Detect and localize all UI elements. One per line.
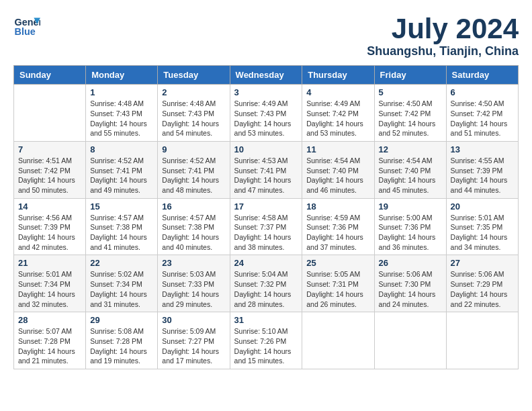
calendar-cell: 21Sunrise: 5:01 AMSunset: 7:34 PMDayligh… [14, 255, 86, 312]
day-info: Sunrise: 4:54 AMSunset: 7:40 PMDaylight:… [306, 156, 369, 195]
day-number: 11 [306, 144, 369, 154]
calendar-cell [374, 312, 446, 369]
day-number: 14 [18, 201, 81, 212]
calendar-cell: 23Sunrise: 5:03 AMSunset: 7:33 PMDayligh… [158, 255, 230, 312]
day-number: 10 [234, 144, 298, 154]
logo-icon: General Blue [13, 13, 40, 40]
day-number: 1 [90, 87, 153, 97]
calendar-cell: 11Sunrise: 4:54 AMSunset: 7:40 PMDayligh… [302, 141, 374, 198]
day-info: Sunrise: 4:48 AMSunset: 7:43 PMDaylight:… [162, 99, 225, 138]
calendar-cell: 5Sunrise: 4:50 AMSunset: 7:42 PMDaylight… [374, 85, 446, 142]
day-number: 26 [379, 258, 442, 268]
day-info: Sunrise: 4:49 AMSunset: 7:42 PMDaylight:… [306, 99, 369, 138]
day-number: 21 [18, 258, 81, 268]
calendar-cell: 31Sunrise: 5:10 AMSunset: 7:26 PMDayligh… [230, 312, 302, 369]
day-info: Sunrise: 5:07 AMSunset: 7:28 PMDaylight:… [18, 326, 81, 366]
day-number: 28 [18, 315, 81, 325]
calendar-cell: 12Sunrise: 4:54 AMSunset: 7:40 PMDayligh… [374, 141, 446, 198]
day-number: 24 [234, 258, 298, 268]
calendar-cell: 14Sunrise: 4:56 AMSunset: 7:39 PMDayligh… [14, 198, 86, 255]
calendar-week-row: 21Sunrise: 5:01 AMSunset: 7:34 PMDayligh… [14, 255, 519, 312]
calendar-cell [302, 312, 374, 369]
day-header-wednesday: Wednesday [230, 66, 302, 85]
day-info: Sunrise: 4:50 AMSunset: 7:42 PMDaylight:… [379, 99, 442, 138]
day-info: Sunrise: 5:10 AMSunset: 7:26 PMDaylight:… [234, 326, 298, 366]
day-number: 29 [90, 315, 153, 325]
day-info: Sunrise: 5:02 AMSunset: 7:34 PMDaylight:… [90, 269, 153, 309]
day-info: Sunrise: 5:01 AMSunset: 7:35 PMDaylight:… [451, 213, 514, 253]
calendar-cell: 27Sunrise: 5:06 AMSunset: 7:29 PMDayligh… [446, 255, 518, 312]
day-info: Sunrise: 4:53 AMSunset: 7:41 PMDaylight:… [234, 156, 298, 195]
calendar-cell: 20Sunrise: 5:01 AMSunset: 7:35 PMDayligh… [446, 198, 518, 255]
day-number: 9 [162, 144, 225, 154]
calendar-cell: 9Sunrise: 4:52 AMSunset: 7:41 PMDaylight… [158, 141, 230, 198]
calendar-header-row: SundayMondayTuesdayWednesdayThursdayFrid… [14, 66, 519, 85]
day-number: 20 [451, 201, 514, 212]
calendar-week-row: 7Sunrise: 4:51 AMSunset: 7:42 PMDaylight… [14, 141, 519, 198]
day-header-thursday: Thursday [302, 66, 374, 85]
day-number: 31 [234, 315, 298, 325]
calendar-week-row: 1Sunrise: 4:48 AMSunset: 7:43 PMDaylight… [14, 85, 519, 142]
day-info: Sunrise: 4:51 AMSunset: 7:42 PMDaylight:… [18, 156, 81, 195]
calendar-cell: 6Sunrise: 4:50 AMSunset: 7:42 PMDaylight… [446, 85, 518, 142]
month-title: July 2024 [367, 13, 519, 44]
svg-text:Blue: Blue [15, 26, 36, 37]
day-header-tuesday: Tuesday [158, 66, 230, 85]
day-info: Sunrise: 5:01 AMSunset: 7:34 PMDaylight:… [18, 269, 81, 309]
day-header-saturday: Saturday [446, 66, 518, 85]
calendar-cell: 24Sunrise: 5:04 AMSunset: 7:32 PMDayligh… [230, 255, 302, 312]
calendar-cell: 25Sunrise: 5:05 AMSunset: 7:31 PMDayligh… [302, 255, 374, 312]
calendar-week-row: 28Sunrise: 5:07 AMSunset: 7:28 PMDayligh… [14, 312, 519, 369]
day-info: Sunrise: 4:59 AMSunset: 7:36 PMDaylight:… [306, 213, 369, 253]
day-number: 19 [379, 201, 442, 212]
calendar-cell: 15Sunrise: 4:57 AMSunset: 7:38 PMDayligh… [86, 198, 158, 255]
day-header-monday: Monday [86, 66, 158, 85]
title-block: July 2024 Shuangshu, Tianjin, China [367, 13, 519, 58]
day-header-sunday: Sunday [14, 66, 86, 85]
logo: General Blue [13, 13, 43, 40]
calendar-cell: 17Sunrise: 4:58 AMSunset: 7:37 PMDayligh… [230, 198, 302, 255]
page-header: General Blue July 2024 Shuangshu, Tianji… [13, 13, 519, 58]
day-info: Sunrise: 4:52 AMSunset: 7:41 PMDaylight:… [162, 156, 225, 195]
calendar-cell: 10Sunrise: 4:53 AMSunset: 7:41 PMDayligh… [230, 141, 302, 198]
calendar-cell: 4Sunrise: 4:49 AMSunset: 7:42 PMDaylight… [302, 85, 374, 142]
day-info: Sunrise: 4:48 AMSunset: 7:43 PMDaylight:… [90, 99, 153, 138]
day-number: 27 [451, 258, 514, 268]
calendar-cell: 13Sunrise: 4:55 AMSunset: 7:39 PMDayligh… [446, 141, 518, 198]
day-info: Sunrise: 5:06 AMSunset: 7:29 PMDaylight:… [451, 269, 514, 309]
day-number: 30 [162, 315, 225, 325]
day-number: 23 [162, 258, 225, 268]
calendar-cell: 1Sunrise: 4:48 AMSunset: 7:43 PMDaylight… [86, 85, 158, 142]
day-info: Sunrise: 4:55 AMSunset: 7:39 PMDaylight:… [451, 156, 514, 195]
day-info: Sunrise: 5:08 AMSunset: 7:28 PMDaylight:… [90, 326, 153, 366]
calendar-cell: 28Sunrise: 5:07 AMSunset: 7:28 PMDayligh… [14, 312, 86, 369]
day-number: 12 [379, 144, 442, 154]
day-number: 18 [306, 201, 369, 212]
day-number: 4 [306, 87, 369, 97]
calendar-cell: 26Sunrise: 5:06 AMSunset: 7:30 PMDayligh… [374, 255, 446, 312]
day-number: 17 [234, 201, 298, 212]
day-number: 5 [379, 87, 442, 97]
day-info: Sunrise: 5:06 AMSunset: 7:30 PMDaylight:… [379, 269, 442, 309]
calendar-cell: 2Sunrise: 4:48 AMSunset: 7:43 PMDaylight… [158, 85, 230, 142]
day-info: Sunrise: 4:58 AMSunset: 7:37 PMDaylight:… [234, 213, 298, 253]
day-number: 13 [451, 144, 514, 154]
day-header-friday: Friday [374, 66, 446, 85]
calendar-cell: 19Sunrise: 5:00 AMSunset: 7:36 PMDayligh… [374, 198, 446, 255]
calendar-cell: 16Sunrise: 4:57 AMSunset: 7:38 PMDayligh… [158, 198, 230, 255]
day-number: 7 [18, 144, 81, 154]
calendar-cell [446, 312, 518, 369]
location-title: Shuangshu, Tianjin, China [367, 44, 519, 58]
calendar-week-row: 14Sunrise: 4:56 AMSunset: 7:39 PMDayligh… [14, 198, 519, 255]
day-info: Sunrise: 5:05 AMSunset: 7:31 PMDaylight:… [306, 269, 369, 309]
day-number: 16 [162, 201, 225, 212]
calendar-table: SundayMondayTuesdayWednesdayThursdayFrid… [13, 65, 519, 369]
calendar-cell: 7Sunrise: 4:51 AMSunset: 7:42 PMDaylight… [14, 141, 86, 198]
day-number: 2 [162, 87, 225, 97]
day-number: 25 [306, 258, 369, 268]
day-info: Sunrise: 4:52 AMSunset: 7:41 PMDaylight:… [90, 156, 153, 195]
calendar-cell: 3Sunrise: 4:49 AMSunset: 7:43 PMDaylight… [230, 85, 302, 142]
day-number: 15 [90, 201, 153, 212]
day-info: Sunrise: 5:03 AMSunset: 7:33 PMDaylight:… [162, 269, 225, 309]
day-info: Sunrise: 4:57 AMSunset: 7:38 PMDaylight:… [162, 213, 225, 253]
